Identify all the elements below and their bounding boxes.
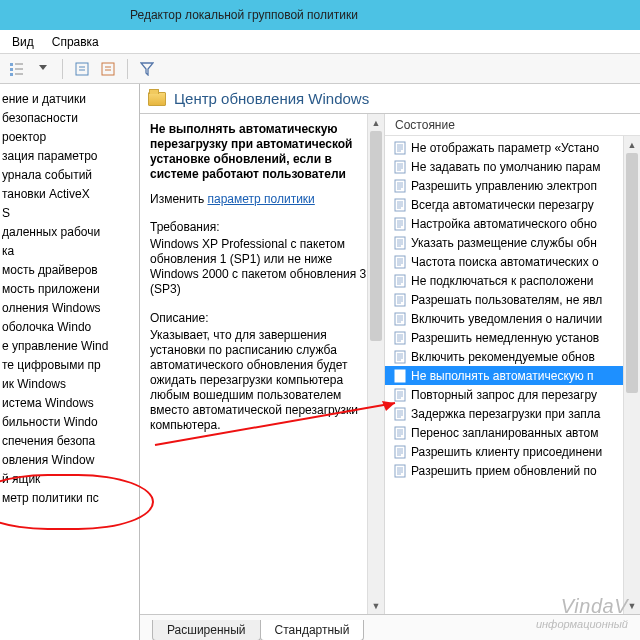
policy-row-label: Разрешать пользователям, не явл: [411, 293, 602, 307]
policy-row[interactable]: Включить уведомления о наличии: [385, 309, 640, 328]
scroll-up-icon[interactable]: ▲: [368, 114, 384, 131]
policy-row[interactable]: Всегда автоматически перезагру: [385, 195, 640, 214]
policy-list-panel: Состояние Не отображать параметр «Устано…: [385, 114, 640, 614]
description-label: Описание:: [150, 311, 374, 326]
policy-row-label: Включить рекомендуемые обнов: [411, 350, 595, 364]
svg-rect-59: [395, 313, 405, 325]
scroll-up-icon[interactable]: ▲: [624, 136, 640, 153]
policy-row[interactable]: Разрешить прием обновлений по: [385, 461, 640, 480]
tree-item[interactable]: истема Windows: [0, 394, 139, 413]
svg-marker-13: [141, 63, 153, 75]
right-pane: Центр обновления Windows Не выполнять ав…: [140, 84, 640, 640]
tree-item[interactable]: оболочка Windo: [0, 318, 139, 337]
policy-row[interactable]: Указать размещение службы обн: [385, 233, 640, 252]
folder-icon: [148, 92, 166, 106]
toolbar-separator: [127, 59, 128, 79]
tree-item[interactable]: ение и датчики: [0, 90, 139, 109]
tree-item[interactable]: е управление Wind: [0, 337, 139, 356]
svg-rect-99: [395, 465, 405, 477]
tab-bar: Расширенный Стандартный: [140, 614, 640, 640]
tab-extended[interactable]: Расширенный: [152, 620, 261, 640]
edit-policy-link[interactable]: параметр политики: [207, 192, 314, 206]
tree-item[interactable]: даленных рабочи: [0, 223, 139, 242]
tree-item[interactable]: зация параметро: [0, 147, 139, 166]
desc-scrollbar[interactable]: ▲ ▼: [367, 114, 384, 614]
svg-marker-6: [39, 65, 47, 70]
tree-item[interactable]: спечения безопа: [0, 432, 139, 451]
tree-item[interactable]: ик Windows: [0, 375, 139, 394]
policy-row[interactable]: Включить рекомендуемые обнов: [385, 347, 640, 366]
policy-row-label: Повторный запрос для перезагру: [411, 388, 597, 402]
toolbar: [0, 54, 640, 84]
description-panel: Не выполнять автоматическую перезагрузку…: [140, 114, 385, 614]
policy-row[interactable]: Разрешать пользователям, не явл: [385, 290, 640, 309]
content-title: Центр обновления Windows: [174, 90, 369, 107]
policy-row[interactable]: Разрешить управлению электроп: [385, 176, 640, 195]
svg-rect-39: [395, 237, 405, 249]
tree-item[interactable]: мость драйверов: [0, 261, 139, 280]
policy-row[interactable]: Повторный запрос для перезагру: [385, 385, 640, 404]
toolbar-properties-icon[interactable]: [73, 60, 91, 78]
scroll-thumb[interactable]: [370, 131, 382, 341]
svg-rect-19: [395, 161, 405, 173]
tree-item[interactable]: овления Window: [0, 451, 139, 470]
policy-row[interactable]: Перенос запланированных автом: [385, 423, 640, 442]
policy-row[interactable]: Не подключаться к расположени: [385, 271, 640, 290]
policy-row-label: Разрешить прием обновлений по: [411, 464, 597, 478]
menu-view[interactable]: Вид: [12, 35, 34, 49]
policy-row[interactable]: Частота поиска автоматических о: [385, 252, 640, 271]
policy-row-label: Не подключаться к расположени: [411, 274, 594, 288]
menubar: Вид Справка: [0, 30, 640, 54]
svg-rect-74: [395, 370, 405, 382]
tree-panel[interactable]: ение и датчикибезопасностироекторзация п…: [0, 84, 140, 640]
scroll-thumb[interactable]: [626, 153, 638, 393]
svg-rect-69: [395, 351, 405, 363]
policy-row[interactable]: Не выполнять автоматическую п: [385, 366, 640, 385]
tab-standard[interactable]: Стандартный: [260, 620, 365, 640]
list-scrollbar[interactable]: ▲ ▼: [623, 136, 640, 614]
scroll-down-icon[interactable]: ▼: [368, 597, 384, 614]
policy-row[interactable]: Разрешить немедленную установ: [385, 328, 640, 347]
toolbar-list-icon[interactable]: [8, 60, 26, 78]
tree-item[interactable]: роектор: [0, 128, 139, 147]
svg-rect-54: [395, 294, 405, 306]
svg-rect-44: [395, 256, 405, 268]
svg-rect-7: [76, 63, 88, 75]
policy-row[interactable]: Не отображать параметр «Устано: [385, 138, 640, 157]
tree-item[interactable]: те цифровыми пр: [0, 356, 139, 375]
tree-item[interactable]: тановки ActiveX: [0, 185, 139, 204]
svg-rect-1: [10, 68, 13, 71]
tree-item[interactable]: й ящик: [0, 470, 139, 489]
policy-row-label: Разрешить управлению электроп: [411, 179, 597, 193]
policy-row-label: Не отображать параметр «Устано: [411, 141, 599, 155]
tree-item[interactable]: мость приложени: [0, 280, 139, 299]
menu-help[interactable]: Справка: [52, 35, 99, 49]
tree-item[interactable]: S: [0, 204, 139, 223]
policy-row-label: Указать размещение службы обн: [411, 236, 597, 250]
svg-rect-49: [395, 275, 405, 287]
policy-row-label: Не выполнять автоматическую п: [411, 369, 594, 383]
policy-row[interactable]: Разрешить клиенту присоединени: [385, 442, 640, 461]
tree-item[interactable]: безопасности: [0, 109, 139, 128]
toolbar-dropdown-icon[interactable]: [34, 60, 52, 78]
policy-row-label: Перенос запланированных автом: [411, 426, 599, 440]
tree-item[interactable]: бильности Windo: [0, 413, 139, 432]
policy-row-label: Настройка автоматического обно: [411, 217, 597, 231]
policy-row-label: Разрешить немедленную установ: [411, 331, 599, 345]
toolbar-export-icon[interactable]: [99, 60, 117, 78]
tree-item[interactable]: олнения Windows: [0, 299, 139, 318]
policy-row[interactable]: Настройка автоматического обно: [385, 214, 640, 233]
policy-row[interactable]: Не задавать по умолчанию парам: [385, 157, 640, 176]
policy-row[interactable]: Задержка перезагрузки при запла: [385, 404, 640, 423]
svg-rect-24: [395, 180, 405, 192]
column-header-state[interactable]: Состояние: [385, 114, 640, 136]
tree-item[interactable]: метр политики пс: [0, 489, 139, 508]
svg-rect-29: [395, 199, 405, 211]
tree-item[interactable]: урнала событий: [0, 166, 139, 185]
policy-row-label: Не задавать по умолчанию парам: [411, 160, 600, 174]
scroll-down-icon[interactable]: ▼: [624, 597, 640, 614]
requirements-label: Требования:: [150, 220, 374, 235]
toolbar-filter-icon[interactable]: [138, 60, 156, 78]
policy-row-label: Задержка перезагрузки при запла: [411, 407, 601, 421]
tree-item[interactable]: ка: [0, 242, 139, 261]
